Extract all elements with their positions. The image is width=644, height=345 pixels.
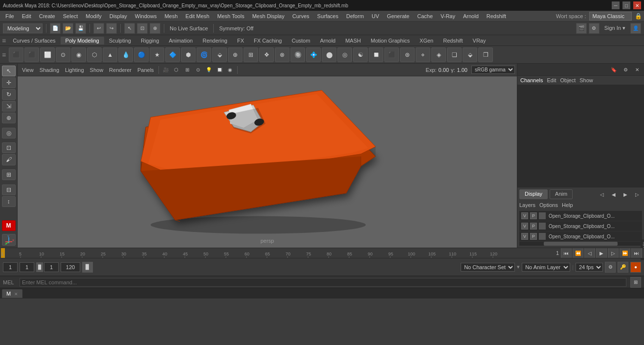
toolbar-settings-icon[interactable]: ⚙	[589, 23, 600, 34]
tab-animation[interactable]: Animation	[164, 37, 198, 45]
tool-move[interactable]: ✛	[2, 77, 16, 88]
shelf-icon-7[interactable]: ▲	[103, 47, 117, 62]
menu-file[interactable]: File	[2, 12, 18, 20]
toolbar-snap[interactable]: ⊕	[150, 23, 160, 34]
shelf-icon-15[interactable]: ⊕	[228, 47, 243, 62]
menu-mesh[interactable]: Mesh	[161, 12, 181, 20]
shelf-icon-31[interactable]: ❒	[478, 47, 493, 62]
shelf-icon-28[interactable]: ◈	[431, 47, 446, 62]
frame-start-input[interactable]	[3, 262, 18, 272]
tab-redshift[interactable]: Redshift	[438, 37, 467, 45]
menu-uv[interactable]: UV	[368, 12, 382, 20]
toolbar-undo[interactable]: ↩	[93, 23, 104, 34]
tool-lasso[interactable]: ⊡	[2, 142, 16, 153]
shelf-icon-3[interactable]: ⬜	[40, 47, 55, 62]
layer-p-2[interactable]: P	[530, 223, 537, 230]
shelf-icon-17[interactable]: ❖	[259, 47, 274, 62]
menu-vray[interactable]: V-Ray	[437, 12, 459, 20]
shelf-icon-12[interactable]: ⬢	[181, 47, 196, 62]
command-input[interactable]	[20, 278, 626, 287]
shelf-icon-21[interactable]: ⬤	[322, 47, 336, 62]
shelf-icon-30[interactable]: ⬙	[463, 47, 477, 62]
layers-options[interactable]: Options	[539, 202, 558, 208]
layers-nav-next[interactable]: ▶	[621, 189, 630, 199]
pb-options[interactable]: ⚙	[605, 262, 616, 273]
layer-name-2[interactable]: Open_Storage_Clipboard_O...	[549, 224, 640, 229]
bottom-tab-close[interactable]: ✕	[14, 292, 18, 297]
layer-name-1[interactable]: Open_Storage_Clipboard_O...	[549, 213, 640, 219]
range-start-input[interactable]	[44, 262, 59, 272]
menu-edit-mesh[interactable]: Edit Mesh	[182, 12, 213, 20]
tab-fx[interactable]: FX	[232, 37, 249, 45]
layers-scrollbar[interactable]	[519, 242, 642, 246]
workspace-dropdown[interactable]: Maya Classic	[589, 12, 632, 21]
tab-vray[interactable]: VRay	[468, 37, 491, 45]
channels-show[interactable]: Show	[579, 77, 593, 83]
pb-range-marker[interactable]: ▉	[82, 262, 93, 273]
pb-autokey[interactable]: ●	[630, 262, 641, 273]
toolbar-open[interactable]: 📂	[63, 23, 73, 34]
vp-grid-icon[interactable]: ⊞	[182, 65, 192, 75]
layers-label[interactable]: Layers	[519, 202, 535, 208]
rp-bookmark-icon[interactable]: 🔖	[609, 65, 619, 74]
tab-arnold[interactable]: Arnold	[315, 37, 340, 45]
anim-tab[interactable]: Anim	[550, 189, 573, 199]
shelf-icon-19[interactable]: 🔘	[290, 47, 305, 62]
tool-select[interactable]: ↖	[2, 66, 16, 76]
menu-cache[interactable]: Cache	[414, 12, 436, 20]
vp-menu-renderer[interactable]: Renderer	[107, 66, 134, 74]
tab-mash[interactable]: MASH	[340, 37, 366, 45]
shelf-icon-4[interactable]: ⊙	[56, 47, 70, 62]
menu-surfaces[interactable]: Surfaces	[314, 12, 342, 20]
tool-scale[interactable]: ⇲	[2, 101, 16, 112]
shelf-icon-23[interactable]: ☯	[353, 47, 368, 62]
frame-current-input[interactable]	[20, 262, 34, 272]
menu-generate[interactable]: Generate	[383, 12, 413, 20]
maximize-button[interactable]: □	[622, 1, 630, 9]
tab-xgen[interactable]: XGen	[415, 37, 438, 45]
shelf-icon-24[interactable]: 🔲	[369, 47, 383, 62]
menu-curves[interactable]: Curves	[289, 12, 313, 20]
tool-rotate[interactable]: ↻	[2, 89, 16, 100]
command-language-label[interactable]: MEL	[3, 279, 18, 285]
tool-axis[interactable]: X Y Z	[2, 234, 16, 246]
pb-prev-key[interactable]: ⏪	[573, 248, 583, 258]
shelf-icon-25[interactable]: ⬛	[384, 47, 399, 62]
tab-sculpting[interactable]: Sculpting	[104, 37, 136, 45]
menu-display[interactable]: Display	[106, 12, 131, 20]
menu-redshift[interactable]: Redshift	[483, 12, 510, 20]
rp-close-icon[interactable]: ✕	[632, 65, 642, 74]
sign-in-label[interactable]: Sign In ▾	[601, 25, 628, 31]
shelf-icon-13[interactable]: 🌀	[197, 47, 211, 62]
pb-first[interactable]: ⏮	[561, 248, 572, 258]
no-character-set-select[interactable]: No Character Set	[461, 263, 515, 272]
tab-motion-graphics[interactable]: Motion Graphics	[366, 37, 415, 45]
vp-menu-lighting[interactable]: Lighting	[63, 66, 87, 74]
shelf-icon-29[interactable]: ❑	[447, 47, 462, 62]
viewport-3d[interactable]: persp	[18, 76, 517, 248]
tool-snap-grid[interactable]: ⊟	[2, 184, 16, 195]
command-result-icon[interactable]: ⊞	[630, 277, 641, 288]
fps-select[interactable]: 24 fps 30 fps 60 fps	[576, 263, 603, 272]
shelf-collapse-icon[interactable]: ≡	[2, 51, 6, 59]
tabs-collapse-icon[interactable]: ≡	[2, 37, 6, 45]
layers-nav-prev2[interactable]: ◀	[609, 189, 619, 199]
layer-p-1[interactable]: P	[530, 212, 537, 219]
pb-prev[interactable]: ◁	[584, 248, 595, 258]
pb-keyset[interactable]: 🔑	[618, 262, 628, 273]
tab-rendering[interactable]: Rendering	[198, 37, 232, 45]
menu-modify[interactable]: Modify	[82, 12, 105, 20]
shelf-icon-5[interactable]: ◉	[71, 47, 86, 62]
tab-curves-surfaces[interactable]: Curves / Surfaces	[8, 37, 60, 45]
menu-edit[interactable]: Edit	[19, 12, 35, 20]
menu-create[interactable]: Create	[36, 12, 59, 20]
toolbar-render-icon[interactable]: 🎬	[576, 23, 587, 34]
mode-dropdown[interactable]: Modeling Rigging Animation FX Rendering	[3, 23, 43, 33]
toolbar-redo[interactable]: ↪	[106, 23, 117, 34]
channels-object[interactable]: Object	[560, 77, 576, 83]
vp-menu-shading[interactable]: Shading	[37, 66, 62, 74]
vp-shadow-icon[interactable]: 🔲	[215, 65, 224, 75]
vp-ao-icon[interactable]: ◉	[225, 65, 235, 75]
shelf-icon-26[interactable]: ⊛	[400, 47, 415, 62]
layer-vis-2[interactable]: V	[521, 223, 528, 230]
